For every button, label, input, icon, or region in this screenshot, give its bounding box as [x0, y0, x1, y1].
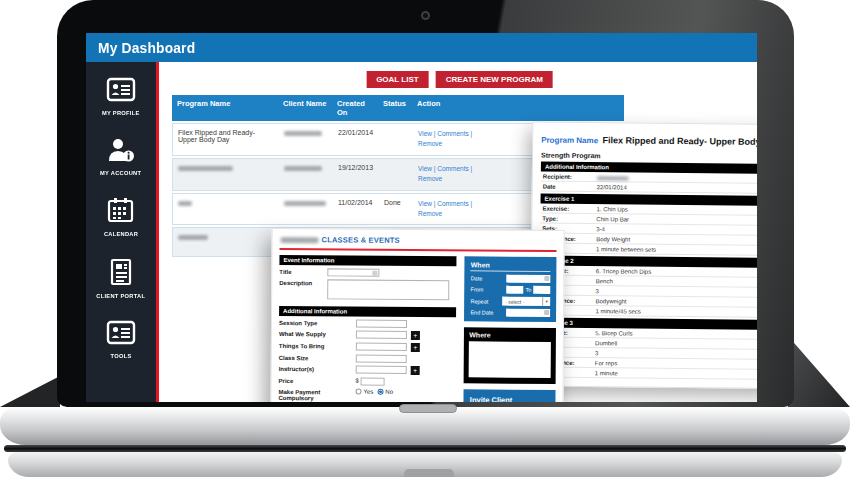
main-content: GOAL LIST CREATE NEW PROGRAM Program Nam…	[162, 62, 757, 402]
laptop-base-notch	[404, 469, 454, 477]
instructors-input[interactable]	[356, 366, 407, 374]
event-form: Event Information Title Description Addi…	[278, 255, 457, 402]
payment-compulsory-row: Make Payment Compulsory Yes No	[278, 388, 455, 402]
payment-no-label: No	[385, 389, 393, 395]
client-name-cell	[279, 198, 333, 221]
blurred-client-name	[284, 131, 322, 136]
column-header-client-name: Client Name	[278, 98, 332, 118]
column-header-status: Status	[378, 98, 412, 118]
blurred-program-name	[178, 201, 192, 206]
add-supply-button[interactable]: +	[411, 331, 420, 340]
column-header-action: Action	[412, 98, 624, 118]
created-on-cell: 11/02/2014	[333, 198, 379, 221]
sidebar-item-client-portal[interactable]: CLIENT PORTAL	[86, 258, 156, 299]
sidebar-item-label: TOOLS	[111, 353, 132, 359]
program-name-cell	[173, 198, 279, 221]
laptop-base-seam	[4, 445, 846, 452]
add-instructor-button[interactable]: +	[411, 366, 420, 375]
what-we-supply-input[interactable]	[356, 331, 407, 339]
sidebar-item-label: CALENDAR	[104, 231, 138, 237]
status-cell	[379, 128, 413, 151]
sidebar: MY PROFILE MY ACCOUNT CALENDAR CLIENT PO…	[86, 62, 159, 402]
price-row: Price $	[279, 377, 456, 386]
laptop-mockup: My Dashboard MY PROFILE MY ACCOUNT CALEN…	[0, 0, 850, 477]
sidebar-item-my-account[interactable]: MY ACCOUNT	[86, 137, 156, 176]
title-input[interactable]	[327, 268, 379, 276]
event-information-header: Event Information	[279, 255, 456, 266]
blurred-client-name	[284, 166, 322, 171]
program-popup-title: Program Name Filex Ripped and Ready- Upp…	[541, 129, 757, 150]
webcam-icon	[421, 11, 430, 20]
price-input[interactable]	[361, 378, 385, 386]
currency-symbol: $	[356, 378, 359, 384]
class-size-input[interactable]	[356, 355, 407, 363]
instructors-row: Instructor(s) +	[279, 365, 456, 375]
to-label: To	[525, 287, 531, 293]
laptop-hinge-notch	[399, 404, 457, 413]
when-header: When	[471, 261, 551, 272]
sidebar-item-tools[interactable]: TOOLS	[86, 320, 156, 359]
event-side-panels: When Date From To	[464, 256, 557, 402]
invite-client-panel: Invite Client ADD CLIENT	[464, 389, 556, 402]
laptop-lid-right-edge	[788, 336, 850, 407]
detail-row: Date22/01/2014	[541, 182, 757, 195]
blurred-program-name	[178, 166, 233, 171]
description-field-row: Description	[279, 279, 456, 300]
payment-yes-radio[interactable]	[356, 389, 362, 395]
document-icon	[108, 258, 134, 290]
sidebar-item-my-profile[interactable]: MY PROFILE	[86, 77, 156, 116]
table-header-row: Program Name Client Name Created On Stat…	[172, 95, 624, 121]
user-info-icon	[107, 137, 135, 167]
sidebar-item-label: MY ACCOUNT	[100, 170, 141, 176]
end-date-row: End Date	[470, 308, 550, 317]
app-header: My Dashboard	[86, 33, 757, 62]
description-textarea[interactable]	[327, 279, 449, 300]
column-header-program-name: Program Name	[172, 98, 278, 118]
end-date-input[interactable]	[506, 309, 550, 317]
chevron-updown-icon: ▾	[542, 297, 550, 306]
additional-information-header: Additional Information	[279, 306, 456, 317]
client-name-cell	[279, 163, 333, 186]
created-on-cell: 22/01/2014	[333, 128, 379, 151]
payment-no-radio[interactable]	[377, 389, 383, 395]
blurred-recipient	[597, 176, 629, 180]
things-to-bring-input[interactable]	[356, 343, 407, 351]
from-time-input[interactable]	[506, 286, 523, 294]
detail-row: Rest:1 minute/45 secs	[539, 306, 757, 319]
class-size-row: Class Size	[279, 354, 456, 363]
where-textarea[interactable]	[469, 341, 551, 378]
classes-popup-title: CLASSES & EVENTS	[322, 235, 400, 245]
program-name-cell	[173, 163, 279, 186]
program-name-cell: Filex Ripped and Ready- Upper Body Day	[173, 128, 279, 151]
repeat-row: Repeat - select - ▾	[470, 296, 550, 306]
calendar-mini-icon	[544, 310, 549, 315]
sidebar-item-calendar[interactable]: CALENDAR	[86, 197, 156, 237]
title-field-row: Title	[279, 268, 456, 277]
laptop-lid-left-edge	[0, 376, 60, 407]
program-name-cell	[173, 232, 279, 252]
calendar-icon	[107, 197, 135, 228]
create-new-program-button[interactable]: CREATE NEW PROGRAM	[436, 71, 553, 88]
where-header: Where	[469, 331, 551, 339]
id-card-icon	[106, 77, 136, 107]
goal-list-button[interactable]: GOAL LIST	[366, 71, 429, 88]
column-header-created-on: Created On	[332, 98, 378, 118]
created-on-cell: 19/12/2013	[333, 163, 379, 186]
what-we-supply-row: What We Supply +	[279, 330, 456, 340]
to-time-input[interactable]	[533, 286, 550, 294]
date-input[interactable]	[506, 275, 550, 283]
where-panel: Where	[464, 327, 556, 384]
status-cell	[379, 163, 413, 186]
calendar-mini-icon	[544, 276, 549, 281]
from-to-row: From To	[471, 285, 551, 294]
invite-client-header: Invite Client	[470, 395, 550, 402]
session-type-input[interactable]	[356, 320, 407, 328]
page-title: My Dashboard	[98, 39, 195, 56]
blurred-client-name	[284, 201, 326, 206]
id-card-icon	[106, 320, 136, 350]
calendar-mini-icon	[372, 271, 377, 276]
repeat-select[interactable]: - select - ▾	[502, 297, 550, 306]
add-bring-button[interactable]: +	[411, 343, 420, 352]
date-row: Date	[471, 274, 551, 283]
session-type-row: Session Type	[279, 319, 456, 328]
